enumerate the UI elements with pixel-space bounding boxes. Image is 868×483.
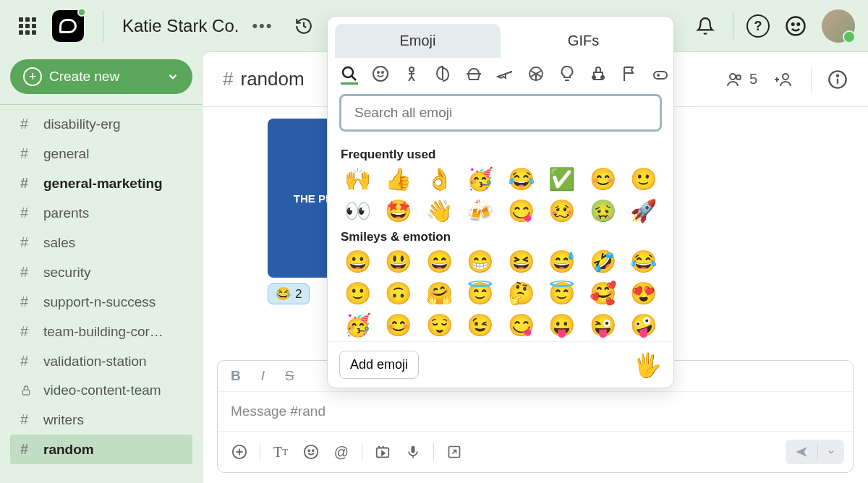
emoji-item[interactable]: 🤢 bbox=[584, 198, 621, 224]
create-new-button[interactable]: + Create new bbox=[10, 59, 192, 94]
emoji-item[interactable]: 😇 bbox=[544, 281, 581, 307]
emoji-item[interactable]: 😅 bbox=[544, 249, 581, 275]
tab-emoji[interactable]: Emoji bbox=[335, 24, 501, 58]
emoji-item[interactable]: 🤗 bbox=[421, 281, 458, 307]
emoji-item[interactable]: 😌 bbox=[421, 312, 458, 338]
sidebar-item-random[interactable]: #random bbox=[10, 435, 192, 464]
emoji-search-input[interactable] bbox=[339, 94, 662, 132]
category-activities-icon[interactable] bbox=[527, 65, 545, 82]
sidebar-item-disability-erg[interactable]: #disability-erg bbox=[10, 109, 192, 139]
emoji-item[interactable]: ✅ bbox=[544, 166, 581, 192]
emoji-item[interactable]: 😊 bbox=[380, 312, 417, 338]
emoji-item[interactable]: 👋 bbox=[421, 198, 458, 224]
tab-gifs[interactable]: GIFs bbox=[501, 24, 666, 58]
category-smileys-icon[interactable] bbox=[372, 65, 389, 82]
emoji-icon[interactable] bbox=[298, 439, 324, 465]
emoji-item[interactable]: 😇 bbox=[462, 281, 499, 307]
emoji-item[interactable]: 🙂 bbox=[339, 281, 376, 307]
info-icon[interactable] bbox=[827, 69, 848, 90]
emoji-item[interactable]: 🤔 bbox=[503, 281, 540, 307]
separator bbox=[103, 10, 103, 42]
sidebar-item-general[interactable]: #general bbox=[10, 139, 192, 168]
category-travel-icon[interactable] bbox=[496, 65, 514, 82]
open-new-icon[interactable] bbox=[441, 439, 467, 465]
sidebar-item-security[interactable]: #security bbox=[10, 257, 192, 287]
emoji-item[interactable]: 👍 bbox=[380, 166, 417, 192]
format-italic[interactable]: I bbox=[261, 368, 265, 384]
category-custom-icon[interactable] bbox=[652, 65, 669, 82]
emoji-item[interactable]: 🥰 bbox=[584, 281, 621, 307]
sidebar-item-parents[interactable]: #parents bbox=[10, 198, 192, 228]
emoji-item[interactable]: 😊 bbox=[584, 166, 621, 192]
send-more-button[interactable] bbox=[818, 442, 844, 462]
format-text-icon[interactable]: TT bbox=[268, 439, 294, 465]
more-icon[interactable]: ••• bbox=[252, 17, 273, 35]
workspace-logo[interactable] bbox=[48, 10, 84, 42]
emoji-item[interactable]: 😂 bbox=[503, 166, 540, 192]
hash-icon: # bbox=[20, 145, 33, 162]
message-input[interactable]: Message #rand bbox=[218, 392, 853, 431]
emoji-item[interactable]: 😃 bbox=[380, 249, 417, 275]
category-people-icon[interactable] bbox=[403, 65, 420, 82]
sidebar-item-team-building-cor-[interactable]: #team-building-cor… bbox=[10, 317, 192, 346]
hash-icon: # bbox=[20, 175, 33, 192]
emoji-item[interactable]: 🥳 bbox=[462, 166, 499, 192]
emoji-item[interactable]: 🙂 bbox=[626, 166, 663, 192]
emoji-item[interactable]: 😛 bbox=[544, 312, 581, 338]
format-bold[interactable]: B bbox=[231, 368, 241, 384]
smiley-icon[interactable] bbox=[781, 12, 810, 40]
sidebar-item-general-marketing[interactable]: #general-marketing bbox=[10, 168, 192, 198]
emoji-item[interactable]: 😜 bbox=[584, 312, 621, 338]
emoji-item[interactable]: 😄 bbox=[421, 249, 458, 275]
emoji-item[interactable]: 🤩 bbox=[380, 198, 417, 224]
emoji-item[interactable]: 🙃 bbox=[380, 281, 417, 307]
help-icon[interactable]: ? bbox=[746, 14, 770, 38]
bell-icon[interactable] bbox=[691, 12, 720, 40]
category-objects-icon[interactable] bbox=[558, 65, 576, 82]
emoji-item[interactable]: 😆 bbox=[503, 249, 540, 275]
format-strike[interactable]: S bbox=[285, 368, 294, 384]
emoji-item[interactable]: 😉 bbox=[462, 312, 499, 338]
sidebar-item-writers[interactable]: #writers bbox=[10, 405, 192, 435]
apps-grid-icon[interactable] bbox=[13, 12, 42, 40]
emoji-item[interactable]: 😍 bbox=[626, 281, 663, 307]
reaction-emoji: 😂 bbox=[276, 286, 291, 302]
lock-icon bbox=[20, 385, 33, 396]
emoji-item[interactable]: 😁 bbox=[462, 249, 499, 275]
mic-icon[interactable] bbox=[400, 439, 426, 465]
sidebar-item-sales[interactable]: #sales bbox=[10, 228, 192, 257]
sidebar-item-support-n-success[interactable]: #support-n-success bbox=[10, 287, 192, 317]
members-button[interactable]: 5 bbox=[725, 71, 757, 88]
emoji-item[interactable]: 🥳 bbox=[339, 312, 376, 338]
add-member-button[interactable] bbox=[773, 71, 795, 88]
emoji-item[interactable]: 🥴 bbox=[544, 198, 581, 224]
emoji-item[interactable]: 😀 bbox=[339, 249, 376, 275]
workspace-name[interactable]: Katie Stark Co. bbox=[122, 16, 239, 36]
emoji-item[interactable]: 🍻 bbox=[462, 198, 499, 224]
emoji-item[interactable]: 👀 bbox=[339, 198, 376, 224]
category-food-icon[interactable] bbox=[465, 65, 482, 82]
emoji-item[interactable]: 🤪 bbox=[626, 312, 663, 338]
mention-icon[interactable]: @ bbox=[328, 439, 354, 465]
category-search-icon[interactable] bbox=[341, 65, 358, 82]
emoji-item[interactable]: 😂 bbox=[626, 249, 663, 275]
category-nature-icon[interactable] bbox=[434, 65, 451, 82]
add-attachment-icon[interactable] bbox=[226, 439, 252, 465]
add-emoji-button[interactable]: Add emoji bbox=[339, 351, 419, 379]
sidebar-item-validation-station[interactable]: #validation-station bbox=[10, 346, 192, 376]
emoji-item[interactable]: 👌 bbox=[421, 166, 458, 192]
category-symbols-icon[interactable] bbox=[590, 65, 607, 82]
send-button[interactable] bbox=[786, 440, 817, 464]
video-icon[interactable] bbox=[370, 439, 396, 465]
avatar[interactable] bbox=[822, 9, 855, 43]
sidebar-item-video-content-team[interactable]: video-content-team bbox=[10, 376, 192, 405]
emoji-item[interactable]: 🙌 bbox=[339, 166, 376, 192]
emoji-item[interactable]: 😋 bbox=[503, 198, 540, 224]
reaction-pill[interactable]: 😂 2 bbox=[268, 283, 310, 304]
history-icon[interactable] bbox=[289, 12, 318, 40]
emoji-item[interactable]: 🚀 bbox=[626, 198, 663, 224]
emoji-item[interactable]: 🤣 bbox=[584, 249, 621, 275]
channel-label: video-content-team bbox=[43, 382, 161, 398]
emoji-item[interactable]: 😋 bbox=[503, 312, 540, 338]
category-flags-icon[interactable] bbox=[621, 65, 638, 82]
